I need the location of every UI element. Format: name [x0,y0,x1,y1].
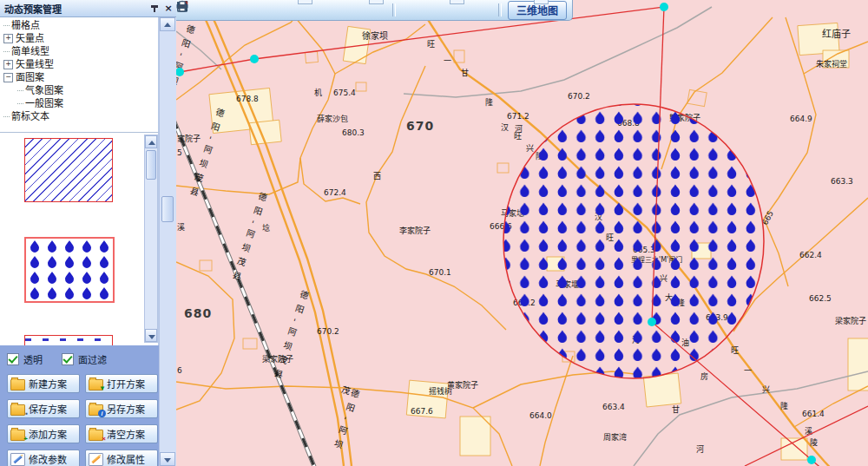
tree-item-label: 气象图案 [25,84,63,97]
button-label: 清空方案 [107,427,145,441]
另存方案-button[interactable]: i另存方案 [85,399,158,418]
tree-connector [17,90,23,91]
tree-item-label: 一般图案 [25,97,63,110]
modify-params-icon [10,453,25,466]
checkbox-checked-icon[interactable] [7,353,19,365]
add-plan-icon: + [10,430,25,441]
checkbox-label: 透明 [23,352,43,366]
tree-connector [17,103,23,104]
tree-item-label: 矢量线型 [16,58,54,71]
tree-item-label: 栅格点 [11,19,40,32]
修改参数-button[interactable]: 修改参数 [7,450,80,466]
map-canvas[interactable]: 徐家坝旺一甘隆678.8机675.4薛家沙包680.3670671.2汉河旺兴隆… [176,0,868,466]
close-icon[interactable]: × [162,3,174,15]
scrollbar-thumb[interactable] [146,150,156,180]
sidebar-titlebar: 动态预案管理 × [0,0,176,17]
tree-item[interactable]: 气象图案 [0,84,158,97]
tree-connector [3,51,10,52]
button-label: 另存方案 [107,402,145,416]
sidebar-scrollbar[interactable] [159,17,176,466]
zoom-box-icon[interactable] [332,2,350,18]
pin-icon[interactable] [148,3,161,15]
sidebar-title: 动态预案管理 [4,2,62,16]
identify-icon[interactable] [400,2,418,18]
button-label: 保存方案 [29,402,67,416]
tree-item-label: 矢量点 [16,32,44,45]
measure-circle-icon[interactable] [199,2,216,18]
button-label: 添加方案 [29,427,67,441]
expand-icon[interactable]: + [3,34,13,43]
raindrop-pattern[interactable] [24,237,115,303]
tree-item[interactable]: +矢量线型 [0,58,158,71]
plan-area-circle[interactable] [503,104,764,378]
tree-connector [3,116,10,117]
collapse-icon[interactable]: − [3,73,13,82]
modify-props-icon [89,453,103,466]
save-plan-icon: ▪ [10,404,25,416]
checkbox-checked-icon[interactable] [62,353,74,365]
toolbar-tab-notch [534,0,549,4]
button-label: 修改参数 [29,452,67,466]
tree-item[interactable]: 一般图案 [0,97,158,110]
grid-icon[interactable] [237,2,254,18]
dash-line-pattern[interactable] [24,335,113,345]
修改属性-button[interactable]: 修改属性 [85,450,158,466]
export-icon[interactable] [419,2,437,18]
tree-item[interactable]: −面图案 [0,71,158,84]
button-label: 新建方案 [29,377,67,391]
新建方案-button[interactable]: 新建方案 [7,374,80,393]
toolbar-separator [392,3,396,16]
plan-overlay-layer [176,0,868,466]
tree-item[interactable]: 箭标文本 [0,110,158,123]
pan-icon[interactable] [313,2,331,18]
plan-vertex-handle[interactable] [807,456,816,464]
tree-item[interactable]: 栅格点 [0,19,158,32]
保存方案-button[interactable]: ▪保存方案 [7,399,80,418]
expand-icon[interactable]: + [3,60,13,69]
tree-item-label: 箭标文本 [11,110,49,123]
option-checkbox[interactable]: 透明 [7,352,43,366]
scrollbar-thumb[interactable] [161,196,174,222]
tree-item-label: 简单线型 [11,45,49,58]
toolbar-separator [498,3,502,16]
添加方案-button[interactable]: +添加方案 [7,424,80,443]
pattern-list-scrollbar[interactable] [144,135,158,343]
pattern-list [0,132,159,345]
button-label: 修改属性 [107,452,145,466]
print-icon[interactable] [477,2,494,18]
plan-vertex-handle[interactable] [648,318,656,326]
tree-connector [3,25,10,26]
toolbar-tab-notch [369,0,384,4]
gis-application: 动态预案管理 × 栅格点+矢量点简单线型+矢量线型−面图案气象图案一般图案箭标文… [0,0,868,466]
plan-options-panel: 透明面过滤 新建方案▼打开方案▪保存方案i另存方案+添加方案×清空方案修改参数修… [0,345,159,466]
plan-vertex-handle[interactable] [176,68,184,76]
layer-tree: 栅格点+矢量点简单线型+矢量线型−面图案气象图案一般图案箭标文本 [0,17,159,132]
clear-plan-icon: × [89,430,103,441]
tree-item-label: 面图案 [16,71,44,84]
打开方案-button[interactable]: ▼打开方案 [85,374,158,393]
plan-vertex-handle[interactable] [250,55,259,63]
raindrop-pattern-preview [26,239,111,299]
tree-item[interactable]: +矢量点 [0,32,158,45]
pause-icon[interactable] [352,2,369,18]
tree-item[interactable]: 简单线型 [0,45,158,58]
zoom-in-icon[interactable] [256,2,273,18]
checkbox-label: 面过滤 [78,352,107,366]
button-label: 打开方案 [107,377,145,391]
measure-area-icon[interactable] [218,2,235,18]
toolbar-tab-notch [450,0,464,4]
open-plan-icon: ▼ [89,379,103,391]
new-plan-icon [10,379,25,391]
plan-vertex-handle[interactable] [660,3,668,11]
清空方案-button[interactable]: ×清空方案 [85,424,158,443]
saveas-plan-icon: i [89,404,103,416]
toolbar-tab-notch [298,0,312,4]
zoom-out-icon[interactable] [275,2,293,18]
diagonal-hatch-pattern[interactable] [24,138,113,202]
option-checkbox[interactable]: 面过滤 [62,352,107,366]
